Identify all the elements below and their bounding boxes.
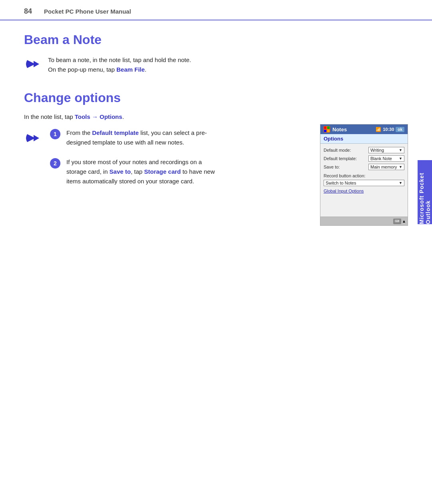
phone-default-template-dropdown[interactable]: Blank Note ▼ bbox=[368, 155, 404, 162]
side-tab-text: Microsoft Pocket Outlook bbox=[418, 160, 431, 224]
phone-save-to-row: Save to: Main memory ▼ bbox=[324, 164, 404, 170]
page-header: 84 Pocket PC Phone User Manual bbox=[0, 0, 432, 20]
steps-arrow-icon bbox=[24, 130, 40, 146]
phone-options-label: Options bbox=[324, 136, 343, 142]
main-content: Beam a Note To beam a note, in the note … bbox=[0, 20, 432, 246]
phone-save-to-value: Main memory bbox=[370, 165, 397, 169]
beam-text-main: To beam a note, in the note list, tap an… bbox=[48, 56, 191, 63]
phone-default-template-row: Default template: Blank Note ▼ bbox=[324, 155, 404, 162]
phone-options-bar: Options bbox=[320, 134, 408, 144]
phone-default-mode-row: Default mode: Writing ▼ bbox=[324, 147, 404, 153]
step2-middle: , tap bbox=[131, 168, 144, 175]
step-2: 2 If you store most of your notes and re… bbox=[50, 157, 312, 186]
step1-prefix: From the bbox=[66, 129, 92, 136]
windows-mobile-icon bbox=[324, 126, 330, 133]
phone-spacer bbox=[324, 193, 404, 213]
phone-save-to-label: Save to: bbox=[324, 165, 340, 169]
step-2-number: 2 bbox=[50, 158, 60, 169]
phone-status-area: 📶 10:30 ok bbox=[376, 127, 404, 132]
beam-description: To beam a note, in the note list, tap an… bbox=[48, 55, 191, 74]
step-1-number: 1 bbox=[50, 129, 60, 139]
step-2-text: If you store most of your notes and reco… bbox=[66, 157, 222, 186]
phone-time: 10:30 bbox=[383, 127, 394, 132]
save-to-link[interactable]: Save to bbox=[110, 168, 131, 175]
phone-record-value: Switch to Notes bbox=[326, 181, 356, 185]
phone-record-label: Record button action: bbox=[324, 173, 404, 178]
default-template-link[interactable]: Default template bbox=[92, 129, 139, 136]
manual-title: Pocket PC Phone User Manual bbox=[44, 8, 131, 15]
tools-text-prefix: In the note list, tap bbox=[24, 113, 75, 120]
signal-icon: 📶 bbox=[376, 127, 381, 132]
beam-period: . bbox=[145, 66, 146, 73]
tools-line: In the note list, tap Tools → Options. bbox=[24, 113, 408, 120]
dropdown-arrow-icon-3: ▼ bbox=[399, 165, 402, 169]
phone-record-section: Record button action: Switch to Notes ▼ bbox=[324, 173, 404, 186]
svg-rect-3 bbox=[327, 130, 330, 132]
svg-rect-1 bbox=[327, 127, 330, 129]
dropdown-arrow-icon: ▼ bbox=[399, 148, 402, 152]
beam-text-popup: On the pop-up menu, tap bbox=[48, 66, 116, 73]
step-1-text: From the Default template list, you can … bbox=[66, 128, 222, 147]
beam-arrow-icon bbox=[24, 56, 40, 72]
phone-titlebar-left: Notes bbox=[324, 126, 347, 133]
beam-content: To beam a note, in the note list, tap an… bbox=[24, 55, 408, 74]
phone-save-to-dropdown[interactable]: Main memory ▼ bbox=[368, 164, 404, 170]
global-input-link[interactable]: Global Input Options bbox=[324, 189, 404, 193]
phone-ok-button[interactable]: ok bbox=[396, 127, 404, 132]
phone-default-template-label: Default template: bbox=[324, 156, 357, 161]
change-options-section: Change options In the note list, tap Too… bbox=[24, 90, 408, 226]
phone-app-name: Notes bbox=[332, 127, 347, 133]
storage-card-link[interactable]: Storage card bbox=[144, 168, 181, 175]
step-1: 1 From the Default template list, you ca… bbox=[50, 128, 312, 147]
scroll-up-icon: ▲ bbox=[402, 219, 406, 223]
side-tab: Microsoft Pocket Outlook bbox=[418, 160, 432, 224]
dropdown-arrow-icon-2: ▼ bbox=[399, 157, 402, 161]
phone-default-mode-dropdown[interactable]: Writing ▼ bbox=[368, 147, 404, 153]
steps-list: 1 From the Default template list, you ca… bbox=[50, 128, 312, 196]
phone-default-template-value: Blank Note bbox=[370, 156, 392, 161]
phone-body: Default mode: Writing ▼ Default template… bbox=[320, 144, 408, 217]
phone-screenshot: Notes 📶 10:30 ok Options Defa bbox=[320, 124, 408, 226]
beam-file-link[interactable]: Beam File bbox=[116, 66, 145, 73]
keyboard-icon[interactable]: ⌨ bbox=[393, 219, 401, 224]
phone-default-mode-label: Default mode: bbox=[324, 148, 351, 153]
tools-options-link[interactable]: Tools → Options bbox=[75, 113, 122, 120]
phone-bottom-bar: ⌨ ▲ bbox=[320, 217, 408, 225]
phone-record-dropdown[interactable]: Switch to Notes ▼ bbox=[324, 180, 404, 186]
svg-rect-2 bbox=[324, 130, 326, 132]
page-number: 84 bbox=[24, 7, 32, 16]
steps-and-screenshot: 1 From the Default template list, you ca… bbox=[24, 128, 408, 226]
options-heading: Change options bbox=[24, 90, 408, 105]
beam-section: Beam a Note To beam a note, in the note … bbox=[24, 32, 408, 74]
svg-rect-0 bbox=[324, 127, 326, 129]
phone-titlebar: Notes 📶 10:30 ok bbox=[320, 124, 408, 134]
tools-period: . bbox=[122, 113, 124, 120]
phone-default-mode-value: Writing bbox=[370, 148, 384, 153]
beam-heading: Beam a Note bbox=[24, 32, 408, 47]
dropdown-arrow-icon-4: ▼ bbox=[399, 181, 402, 185]
